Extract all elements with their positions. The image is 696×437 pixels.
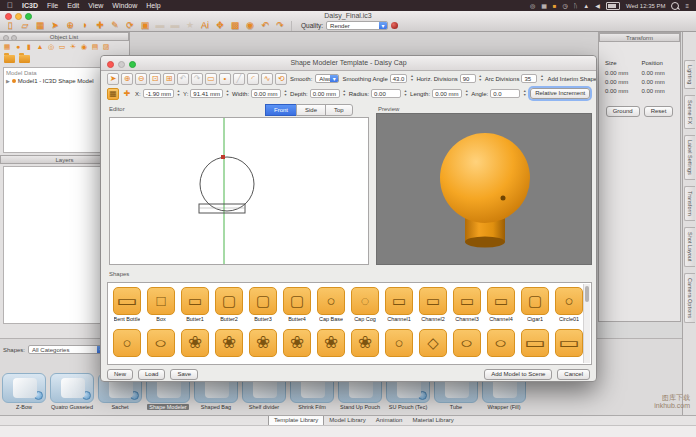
ground-button[interactable]: Ground (606, 106, 640, 117)
align-left-icon[interactable]: ▬ (154, 20, 166, 31)
shapes-scrollbar[interactable] (583, 284, 590, 363)
camera-icon[interactable]: ◉ (80, 43, 88, 51)
shape-thumbnail[interactable]: ❀ (181, 329, 209, 357)
cancel-button[interactable]: Cancel (557, 369, 590, 380)
shape-thumbnail[interactable]: ❀ (351, 329, 379, 357)
menu-item[interactable]: View (88, 2, 103, 9)
shape-thumbnail[interactable]: □ (147, 287, 175, 315)
color-drop-icon[interactable]: ◗ (79, 20, 91, 31)
shape-item[interactable]: □ Box (146, 287, 176, 322)
select-cursor-icon[interactable]: ➤ (49, 20, 61, 31)
pen-icon[interactable]: ✎ (109, 20, 121, 31)
panel-collapse-icon[interactable] (11, 35, 17, 41)
shape-item[interactable]: ◌ Cap Cog (350, 287, 380, 322)
zoom-fit-icon[interactable]: ⊡ (149, 73, 161, 85)
coord-field[interactable]: 0.00 mm (251, 89, 281, 98)
stepper[interactable]: ▲▼ (478, 74, 483, 83)
shape-item[interactable]: ▭ Channel2 (418, 287, 448, 322)
shape-thumbnail[interactable]: ▭ (555, 329, 583, 357)
bluetooth-icon[interactable]: ᚢ (574, 3, 578, 9)
stepper[interactable]: ▲▼ (283, 89, 288, 98)
coord-field[interactable]: 0.00 (371, 89, 401, 98)
template-thumbnail[interactable]: Z-Bow (2, 373, 46, 410)
shape-item[interactable]: ○ (452, 329, 482, 357)
shape-item[interactable]: ▭ Bent Bottle (112, 287, 142, 322)
undo-icon[interactable]: ↶ (259, 20, 271, 31)
arc-tool-icon[interactable]: ◜ (247, 73, 259, 85)
folder-icon[interactable] (4, 55, 15, 63)
clock-icon[interactable]: ◷ (562, 2, 567, 9)
coord-field[interactable]: 91.41 mm (190, 89, 223, 98)
torus-icon[interactable]: ◎ (47, 43, 55, 51)
cone-icon[interactable]: ▲ (36, 43, 44, 51)
view-tab[interactable]: Side (296, 104, 326, 116)
grid-snap-icon[interactable]: ▦ (107, 88, 119, 100)
align-right-icon[interactable]: ▬ (169, 20, 181, 31)
new-button[interactable]: New (107, 369, 133, 380)
panel-close-icon[interactable] (3, 35, 9, 41)
size-value[interactable]: 0.00 mm (605, 79, 638, 85)
category-filter-select[interactable]: All Categories (28, 345, 106, 354)
side-tab[interactable]: Transform (684, 186, 695, 221)
shape-thumbnail[interactable]: ◌ (351, 287, 379, 315)
zoom-region-icon[interactable]: ⊞ (163, 73, 175, 85)
shape-thumbnail[interactable]: ❀ (249, 329, 277, 357)
shape-item[interactable]: ○ (384, 329, 414, 357)
shape-thumbnail[interactable]: ○ (317, 287, 345, 315)
open-folder-icon[interactable]: ▱ (19, 20, 31, 31)
view-tab[interactable]: Top (325, 104, 353, 116)
cylinder-icon[interactable]: ▮ (25, 43, 33, 51)
shape-thumbnail[interactable]: ▭ (113, 287, 141, 315)
shape-thumbnail[interactable]: ▢ (215, 287, 243, 315)
battery-icon[interactable] (606, 2, 620, 10)
stepper[interactable]: ▲▼ (342, 89, 347, 98)
curve-tool-icon[interactable]: ∿ (261, 73, 273, 85)
stepper[interactable]: ▲▼ (539, 74, 544, 83)
shape-rect-icon[interactable]: ▭ (205, 73, 217, 85)
zoom-in-icon[interactable]: ⊕ (121, 73, 133, 85)
view-tab[interactable]: Front (265, 104, 297, 116)
shape-thumbnail[interactable]: ▭ (487, 287, 515, 315)
menu-item[interactable]: Help (146, 2, 160, 9)
add-model-to-scene-button[interactable]: Add Model to Scene (484, 369, 552, 380)
shape-item[interactable]: ▢ Butter3 (248, 287, 278, 322)
shape-thumbnail[interactable]: ❀ (215, 329, 243, 357)
side-tab[interactable]: Shot Layout (684, 227, 695, 266)
select-cursor-icon[interactable]: ➤ (107, 73, 119, 85)
menu-item[interactable]: IC3D (22, 2, 38, 9)
refresh-icon[interactable]: ⟲ (275, 73, 287, 85)
reset-button[interactable]: Reset (644, 106, 674, 117)
delete-icon[interactable]: ▨ (102, 43, 110, 51)
side-tab[interactable]: Scene FX (684, 95, 695, 129)
dialog-titlebar[interactable]: Shape Modeler Template - Daisy Cap (101, 56, 596, 71)
shape-item[interactable]: ▭ (554, 329, 584, 357)
stepper[interactable]: ▲▼ (176, 89, 181, 98)
record-render-icon[interactable] (391, 22, 398, 29)
volume-icon[interactable]: ◀ (595, 2, 600, 9)
ai-text-icon[interactable]: Ai (199, 20, 211, 31)
size-value[interactable]: 0.00 mm (605, 88, 638, 94)
shape-thumbnail[interactable]: ▭ (385, 287, 413, 315)
menu-item[interactable]: Edit (67, 2, 79, 9)
position-value[interactable]: 0.00 mm (642, 70, 675, 76)
shape-thumbnail[interactable]: ▢ (283, 287, 311, 315)
shape-thumbnail[interactable]: ▢ (249, 287, 277, 315)
shape-item[interactable]: ▭ (520, 329, 550, 357)
param-field[interactable]: 43.0 (390, 74, 408, 83)
stepper[interactable]: ▲▼ (464, 89, 469, 98)
shape-item[interactable]: ❀ (350, 329, 380, 357)
coord-field[interactable]: 0.0 (490, 89, 520, 98)
param-field[interactable]: 35 (521, 74, 537, 83)
editor-canvas[interactable] (109, 117, 369, 265)
shape-thumbnail[interactable]: ▭ (453, 287, 481, 315)
camera-icon[interactable]: ◉ (244, 20, 256, 31)
shape-thumbnail[interactable]: ❀ (317, 329, 345, 357)
shape-thumbnail[interactable]: ▭ (419, 287, 447, 315)
stepper[interactable]: ▲▼ (522, 89, 527, 98)
shape-thumbnail[interactable]: ○ (385, 329, 413, 357)
coord-field[interactable]: -1.90 mm (143, 89, 174, 98)
shape-item[interactable]: ❀ (316, 329, 346, 357)
shape-thumbnail[interactable]: ○ (555, 287, 583, 315)
light-icon[interactable]: ☀ (69, 43, 77, 51)
load-button[interactable]: Load (138, 369, 165, 380)
